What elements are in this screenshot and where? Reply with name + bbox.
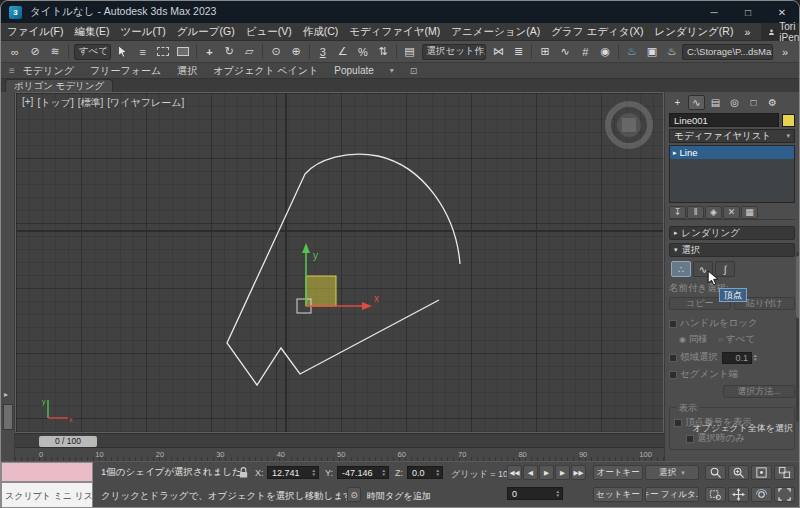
schematic-view-button[interactable]: # — [576, 43, 594, 61]
use-pivot-center-button[interactable]: ⊙ — [267, 43, 285, 61]
unlink-selection-button[interactable]: ⊘ — [26, 43, 44, 61]
remove-modifier-button[interactable]: ✕ — [723, 206, 740, 219]
menu-group[interactable]: グループ(G) — [177, 25, 235, 39]
offset-mode-toggle[interactable]: ⊙ — [347, 487, 361, 502]
named-sets-field[interactable]: 選択セット作成▾ — [422, 44, 487, 60]
viewport-menu-general[interactable]: [+] — [22, 96, 33, 110]
macro-recorder-strip[interactable] — [1, 462, 93, 482]
all-radio[interactable]: ○すべて — [718, 333, 755, 346]
viewport-menu-pov[interactable]: [トップ] — [37, 96, 73, 110]
object-color-swatch[interactable] — [782, 114, 795, 127]
time-slider-track[interactable]: 0 / 100 — [15, 433, 664, 447]
menu-rendering[interactable]: レンダリング(R) — [654, 25, 733, 39]
z-spinner[interactable]: ▲▼ — [436, 469, 440, 477]
vertex-subobject-button[interactable]: ∴ — [671, 261, 691, 277]
modifier-stack[interactable]: ▸ Line — [669, 145, 795, 203]
render-button[interactable]: ♨ — [663, 43, 681, 61]
tab-modify[interactable]: ∿ — [688, 95, 705, 110]
orbit-button[interactable] — [751, 487, 772, 502]
tab-create[interactable]: + — [669, 95, 686, 110]
play-button[interactable]: ▶ — [539, 465, 554, 480]
make-unique-button[interactable]: ◈ — [705, 206, 722, 219]
tab-utilities[interactable]: ⚙ — [764, 95, 781, 110]
mirror-button[interactable]: ⋈ — [489, 43, 507, 61]
layer-explorer-button[interactable]: ⊞ — [536, 43, 554, 61]
rollout-selection[interactable]: ▾ 選択 — [669, 243, 795, 257]
menu-modifiers[interactable]: モディファイヤ(M) — [349, 25, 440, 39]
select-and-manipulate-button[interactable]: ⊕ — [287, 43, 305, 61]
select-and-rotate-button[interactable]: ↻ — [220, 43, 238, 61]
render-setup-button[interactable]: ♨ — [623, 43, 641, 61]
curve-editor-button[interactable]: ∿ — [556, 43, 574, 61]
y-coordinate-field[interactable]: -47.146 ▲▼ — [337, 466, 389, 479]
object-name-field[interactable]: Line001 — [669, 113, 779, 127]
lock-handles-checkbox[interactable] — [669, 320, 677, 328]
tab-motion[interactable]: ◎ — [726, 95, 743, 110]
minimize-button[interactable]: ─ — [697, 1, 731, 23]
pin-stack-button[interactable]: ↧ — [669, 206, 686, 219]
select-and-link-button[interactable]: ∞ — [6, 43, 24, 61]
show-vertex-numbers-checkbox[interactable] — [674, 419, 682, 427]
zoom-extents-button[interactable] — [751, 465, 772, 480]
ribbon-tab-populate[interactable]: Populate — [334, 65, 373, 76]
menu-graph-editors[interactable]: グラフ エディタ(X) — [551, 25, 643, 39]
panel-scrollbar[interactable] — [796, 252, 800, 422]
key-selection-dropdown[interactable]: 選択 ▾ — [645, 465, 699, 480]
select-by-name-button[interactable]: ≡ — [134, 43, 152, 61]
menu-edit[interactable]: 編集(E) — [74, 25, 109, 39]
align-button[interactable]: ≣ — [509, 43, 527, 61]
add-time-tag[interactable]: 時間タグを追加 — [367, 490, 431, 503]
area-selection-value-field[interactable]: 0.1 — [722, 352, 752, 364]
select-and-move-button[interactable]: + — [200, 43, 218, 61]
viewcube-top-face[interactable] — [622, 118, 636, 132]
y-spinner[interactable]: ▲▼ — [382, 469, 386, 477]
ribbon-tab-selection[interactable]: 選択 — [177, 64, 197, 78]
snap-toggle-button[interactable]: 3 — [314, 43, 332, 61]
configure-modifier-sets-button[interactable]: ▦ — [741, 206, 758, 219]
viewport-menu-style[interactable]: [ワイヤフレーム] — [107, 96, 184, 110]
maximize-button[interactable]: □ — [731, 1, 765, 23]
key-filters-button[interactable]: キー フィルタ... — [645, 487, 699, 502]
ribbon-tab-modeling[interactable]: モデリング — [23, 64, 74, 78]
z-coordinate-field[interactable]: 0.0 ▲▼ — [407, 466, 443, 479]
current-frame-field[interactable]: 0 ▲▼ — [507, 487, 563, 500]
time-slider[interactable]: 0 / 100 — [39, 436, 97, 447]
zoom-all-button[interactable] — [728, 465, 749, 480]
spinner-snap-button[interactable]: ⇅ — [374, 43, 392, 61]
selection-filter-dropdown[interactable]: すべて▾ — [74, 44, 111, 60]
select-object-button[interactable] — [114, 43, 132, 61]
percent-snap-button[interactable]: % — [354, 43, 372, 61]
ribbon-subtab-polygon-modeling[interactable]: ポリゴン モデリング — [5, 79, 113, 92]
ribbon-tab-freeform[interactable]: フリーフォーム — [90, 64, 161, 78]
show-end-result-button[interactable]: ‖ — [687, 206, 704, 219]
menu-file[interactable]: ファイル(F) — [7, 25, 63, 39]
bind-to-space-warp-button[interactable]: ≋ — [46, 43, 64, 61]
select-by-button[interactable]: 選択方法... — [723, 385, 795, 398]
ribbon-minimize-icon[interactable]: ⊡ — [410, 66, 418, 76]
selection-lock-toggle[interactable] — [237, 466, 250, 479]
tab-display[interactable]: □ — [745, 95, 762, 110]
modifier-list-dropdown[interactable]: モディファイヤリスト ▾ — [669, 129, 795, 143]
alike-radio[interactable]: ◉同様 — [679, 333, 708, 346]
viewport-menu-quality[interactable]: [標準] — [78, 96, 104, 110]
panel-scrollbar-thumb[interactable] — [796, 256, 800, 318]
edit-named-sets-button[interactable]: ▤ — [401, 43, 419, 61]
segment-end-checkbox[interactable] — [669, 371, 677, 379]
area-selection-checkbox[interactable] — [669, 354, 677, 362]
tab-hierarchy[interactable]: ▤ — [707, 95, 724, 110]
zoom-extents-all-button[interactable] — [774, 465, 795, 480]
dock-expand-icon[interactable]: ▸ — [4, 390, 8, 399]
stack-item-line[interactable]: ▸ Line — [670, 146, 794, 159]
ribbon-tab-object-paint[interactable]: オブジェクト ペイント — [213, 64, 318, 78]
track-bar[interactable]: 0 10 20 30 40 50 60 70 80 90 100 — [15, 447, 664, 461]
menu-views[interactable]: ビュー(V) — [246, 25, 292, 39]
viewcube[interactable] — [603, 99, 655, 151]
account-button[interactable]: Tori iPentec ▾ — [761, 23, 800, 41]
rollout-rendering[interactable]: ▸ レンダリング — [669, 226, 795, 240]
toolbar-overflow-chevrons[interactable]: » — [776, 43, 794, 61]
menu-overflow-chevrons[interactable]: » — [744, 26, 750, 38]
go-to-end-button[interactable]: ▶▶ — [571, 465, 586, 480]
menu-create[interactable]: 作成(C) — [303, 25, 339, 39]
maxscript-mini-listener[interactable]: スクリプト ミニ リス — [1, 482, 93, 508]
selected-only-checkbox[interactable] — [686, 435, 694, 443]
